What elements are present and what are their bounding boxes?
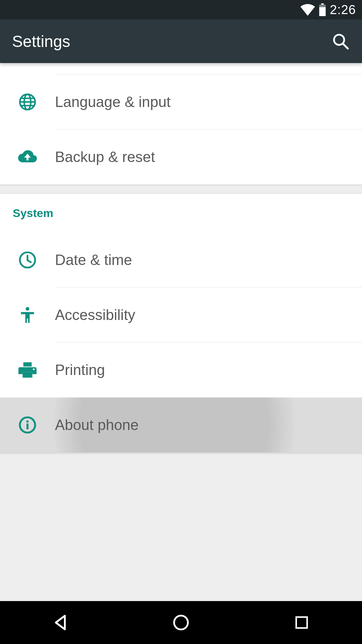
svg-rect-19 (296, 617, 307, 628)
status-time: 2:26 (330, 3, 356, 17)
home-icon (172, 614, 190, 631)
navigation-bar (0, 601, 362, 644)
svg-rect-2 (319, 7, 326, 16)
svg-point-14 (33, 368, 35, 370)
settings-item-date-time[interactable]: Date & time (0, 232, 362, 287)
settings-item-about-phone[interactable]: About phone (0, 397, 362, 452)
settings-item-label: Accessibility (55, 307, 135, 323)
nav-home-button[interactable] (161, 609, 201, 636)
svg-line-4 (343, 44, 348, 49)
info-icon (19, 416, 36, 434)
page-title: Settings (12, 32, 70, 51)
settings-panel-personal: Language & input Backup & reset (0, 63, 362, 184)
globe-icon (19, 93, 36, 111)
status-bar: 2:26 (0, 0, 362, 19)
cloud-upload-icon (17, 150, 38, 164)
svg-rect-0 (321, 3, 324, 5)
svg-point-11 (26, 307, 29, 311)
svg-rect-13 (22, 372, 32, 378)
svg-rect-12 (23, 362, 32, 366)
accessibility-icon (19, 306, 36, 324)
settings-panel-system: System Date & time (0, 194, 362, 452)
back-icon (51, 613, 69, 632)
divider (55, 397, 362, 398)
battery-icon (318, 3, 326, 16)
settings-item-language-input[interactable]: Language & input (0, 74, 362, 129)
settings-item-label: Backup & reset (55, 149, 155, 165)
search-button[interactable] (331, 32, 350, 51)
search-icon (332, 33, 349, 50)
panel-bottom-shadow (0, 452, 362, 459)
nav-recent-button[interactable] (282, 609, 322, 636)
settings-item-backup-reset[interactable]: Backup & reset (0, 129, 362, 184)
section-header-system: System (0, 194, 362, 232)
clock-icon (19, 251, 36, 269)
settings-item-label: Date & time (55, 252, 132, 268)
app-bar: Settings (0, 19, 362, 63)
svg-rect-17 (26, 424, 28, 429)
wifi-icon (300, 4, 315, 16)
settings-item-accessibility[interactable]: Accessibility (0, 287, 362, 342)
nav-back-button[interactable] (40, 609, 80, 636)
printer-icon (18, 362, 37, 378)
settings-item-label: Printing (55, 362, 105, 378)
settings-item-label: Language & input (55, 94, 171, 110)
settings-item-printing[interactable]: Printing (0, 342, 362, 397)
recent-apps-icon (294, 615, 309, 630)
svg-point-16 (26, 420, 29, 423)
settings-item-label: About phone (55, 417, 139, 433)
settings-list[interactable]: Language & input Backup & reset System (0, 63, 362, 601)
svg-point-18 (174, 615, 188, 629)
